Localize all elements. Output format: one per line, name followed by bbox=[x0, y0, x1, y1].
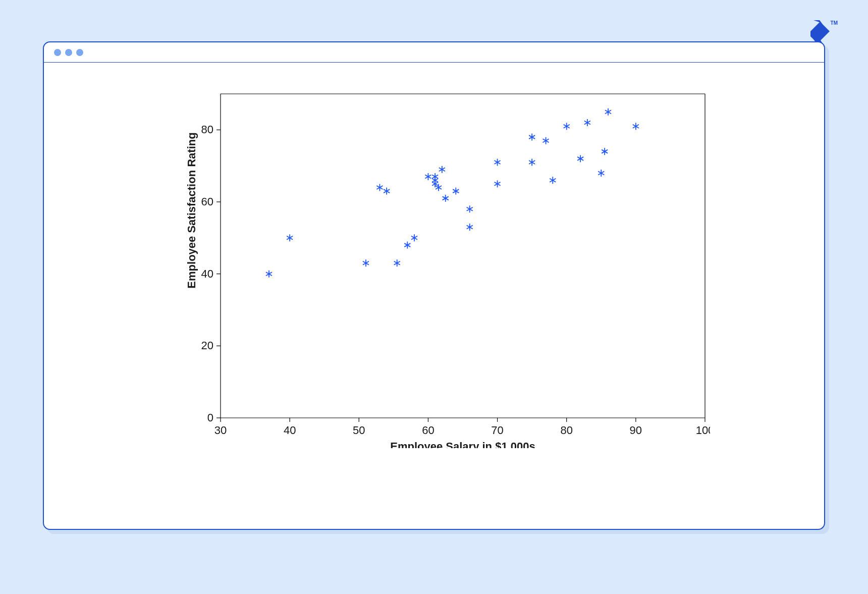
data-point bbox=[411, 234, 417, 241]
data-point bbox=[425, 173, 431, 180]
data-point bbox=[363, 259, 369, 266]
window-control-minimize[interactable] bbox=[65, 49, 72, 56]
scatter-chart: 30405060708090100020406080Employee Salar… bbox=[185, 89, 710, 448]
window-titlebar bbox=[44, 42, 824, 63]
data-point bbox=[287, 234, 293, 241]
window-control-zoom[interactable] bbox=[76, 49, 83, 56]
brand-logo: TM bbox=[810, 20, 838, 43]
data-point bbox=[495, 159, 501, 166]
data-point bbox=[564, 123, 570, 130]
data-point bbox=[384, 188, 390, 195]
browser-window: 30405060708090100020406080Employee Salar… bbox=[43, 41, 825, 530]
data-point bbox=[543, 137, 549, 144]
data-point bbox=[376, 184, 383, 191]
data-point bbox=[453, 188, 459, 195]
window-control-close[interactable] bbox=[54, 49, 61, 56]
data-point bbox=[529, 159, 535, 166]
x-axis-label: Employee Salary in $1,000s bbox=[390, 440, 535, 448]
data-point bbox=[495, 180, 501, 187]
data-point bbox=[467, 224, 473, 231]
y-tick-label: 40 bbox=[201, 267, 213, 280]
data-point bbox=[550, 177, 556, 184]
y-tick-label: 60 bbox=[201, 195, 213, 208]
x-tick-label: 30 bbox=[214, 424, 227, 437]
data-point bbox=[394, 259, 400, 266]
data-point bbox=[404, 242, 410, 249]
data-point bbox=[598, 170, 604, 177]
x-tick-label: 40 bbox=[284, 424, 296, 437]
data-point bbox=[443, 195, 449, 202]
data-point bbox=[266, 271, 272, 278]
data-point bbox=[584, 119, 590, 126]
x-tick-label: 100 bbox=[696, 424, 710, 437]
x-tick-label: 90 bbox=[630, 424, 642, 437]
data-point bbox=[577, 155, 583, 162]
x-tick-label: 80 bbox=[560, 424, 572, 437]
data-point bbox=[633, 123, 639, 130]
y-tick-label: 20 bbox=[201, 339, 213, 352]
x-tick-label: 50 bbox=[353, 424, 365, 437]
brand-logo-tm: TM bbox=[831, 20, 838, 26]
data-point bbox=[602, 148, 608, 155]
data-point bbox=[467, 205, 473, 212]
y-tick-label: 80 bbox=[201, 123, 213, 136]
data-point bbox=[529, 134, 535, 141]
brand-logo-icon bbox=[810, 20, 830, 43]
x-tick-label: 60 bbox=[422, 424, 434, 437]
y-tick-label: 0 bbox=[207, 411, 213, 424]
data-point bbox=[605, 109, 611, 116]
x-tick-label: 70 bbox=[491, 424, 503, 437]
y-axis-label: Employee Satisfaction Rating bbox=[185, 132, 198, 288]
data-point bbox=[439, 166, 445, 173]
